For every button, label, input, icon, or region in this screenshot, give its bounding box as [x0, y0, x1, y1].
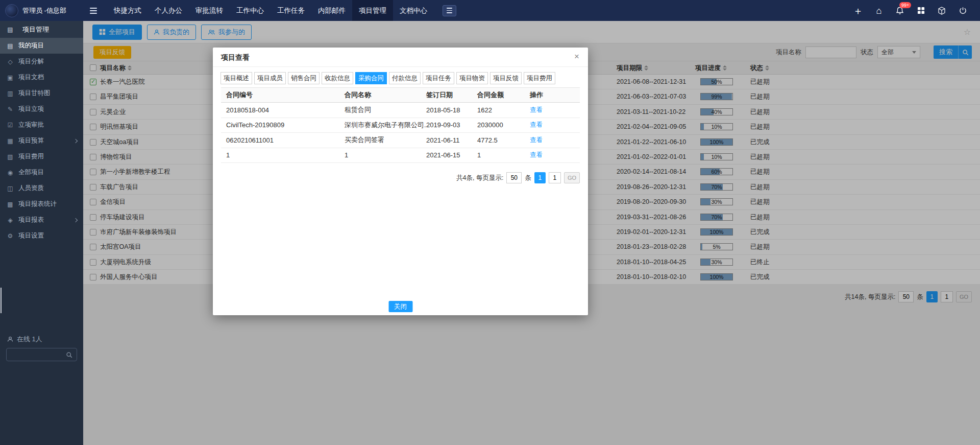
header-contract-name: 合同名称 [345, 90, 426, 100]
package-icon[interactable] [937, 6, 947, 16]
sidebar-item-label: 项目报表统计 [18, 200, 57, 208]
sidebar-item-icon: ✎ [6, 106, 14, 113]
contract-row: 20180518-004 租赁合同 2018-05-18 1622 查看 [221, 103, 580, 118]
page-number-button[interactable]: 1 [534, 172, 546, 183]
modal-tab[interactable]: 项目物资 [456, 72, 488, 84]
sidebar-item[interactable]: ◉ 全部项目 [0, 165, 83, 180]
sidebar-item[interactable]: ✎ 项目立项 [0, 101, 83, 117]
modal-tab[interactable]: 项目概述 [220, 72, 252, 84]
sidebar-item[interactable]: ▩ 项目报表统计 [0, 196, 83, 212]
modal-tab[interactable]: 项目反馈 [490, 72, 522, 84]
more-menus-button[interactable] [443, 5, 456, 16]
view-link[interactable]: 查看 [530, 106, 543, 113]
modal-tab[interactable]: 项目费用 [524, 72, 555, 84]
nav-item[interactable]: 工作任务 [271, 0, 311, 21]
nav-item[interactable]: 个人办公 [148, 0, 189, 21]
sidebar-item[interactable]: ◈ 项目报表 [0, 212, 83, 228]
home-icon[interactable]: ⌂ [874, 6, 884, 16]
sidebar-item[interactable]: ▣ 项目文档 [0, 69, 83, 85]
sidebar-item-label: 立项审批 [18, 121, 44, 129]
chevron-right-icon [74, 218, 78, 222]
nav-item-label: 个人办公 [155, 7, 182, 14]
sidebar-toggle-button[interactable] [90, 8, 97, 14]
current-user: 管理员 -信息部 [22, 6, 66, 15]
sidebar-item[interactable]: ▦ 项目预算 [0, 133, 83, 149]
contract-no: 20180518-004 [221, 106, 345, 114]
sidebar-item[interactable]: ▥ 项目甘特图 [0, 85, 83, 101]
sidebar-item-icon: ☑ [6, 122, 14, 129]
sidebar-item-label: 项目费用 [18, 152, 44, 161]
sidebar-collapse-handle[interactable] [1, 288, 3, 313]
contract-row: CivilTech-20190809 深圳市赛威尔电子有限公司... 2019-… [221, 118, 580, 133]
nav-item[interactable]: 工作中心 [230, 0, 271, 21]
go-button[interactable]: GO [564, 172, 580, 183]
apps-grid-icon[interactable] [916, 6, 926, 16]
view-link[interactable]: 查看 [530, 121, 543, 128]
modal-tab[interactable]: 销售合同 [288, 72, 320, 84]
contract-date: 2021-06-15 [426, 151, 477, 159]
sidebar-item-label: 项目文档 [18, 73, 44, 82]
sidebar-item[interactable]: ▤ 我的项目 [0, 38, 83, 54]
sidebar-search-input[interactable] [11, 351, 66, 358]
sidebar-item-label: 全部项目 [18, 168, 44, 177]
modal-tab[interactable]: 项目任务 [423, 72, 454, 84]
modal-close-button[interactable]: 关闭 [388, 301, 412, 312]
modal-pagination: 共4条, 每页显示: 条 1 GO [221, 172, 580, 183]
nav-item-label: 内部邮件 [318, 7, 346, 14]
sidebar-item[interactable]: ☑ 立项审批 [0, 117, 83, 133]
contract-amount: 2030000 [477, 121, 530, 129]
modal-tab[interactable]: 采购合同 [355, 72, 387, 84]
modal-tab-label: 采购合同 [358, 75, 384, 82]
contract-date: 2018-05-18 [426, 106, 477, 114]
modal-tab-bar: 项目概述 项目成员 销售合同 收款信息 采购合同 付款信息 项目任务 项目物资 … [213, 67, 588, 84]
view-link[interactable]: 查看 [530, 136, 543, 144]
nav-item-label: 快捷方式 [114, 7, 141, 14]
contract-table: 合同编号 合同名称 签订日期 合同金额 操作 20180518-004 租赁合同… [221, 87, 580, 163]
modal-title: 项目查看 [213, 48, 588, 67]
contract-table-header: 合同编号 合同名称 签订日期 合同金额 操作 [221, 87, 580, 103]
contract-amount: 1622 [477, 106, 530, 114]
close-icon[interactable]: × [572, 52, 582, 62]
contract-amount: 4772.5 [477, 136, 530, 144]
contract-name: 深圳市赛威尔电子有限公司... [345, 121, 426, 130]
sidebar-title-label: 项目管理 [22, 25, 49, 34]
modal-tab-label: 付款信息 [392, 75, 418, 82]
modal-tab[interactable]: 付款信息 [389, 72, 421, 84]
main-menu: 快捷方式 个人办公 审批流转 工作中心 工作任务 内部邮件 项目管理 文档中心 [107, 0, 434, 21]
view-link[interactable]: 查看 [530, 151, 543, 158]
nav-item-label: 工作任务 [277, 7, 305, 14]
sidebar-item-label: 项目设置 [18, 231, 44, 240]
nav-item[interactable]: 内部邮件 [311, 0, 352, 21]
sidebar-item[interactable]: ⚙ 项目设置 [0, 228, 83, 244]
pagination-unit: 条 [525, 174, 531, 182]
navbar-actions: ＋ ⌂ 99+ [853, 6, 968, 16]
contract-name: 1 [345, 151, 426, 159]
sidebar: ▤ 项目管理 ▤ 我的项目 ◇ 项目分解 ▣ 项目文档 ▥ 项目甘特图 ✎ 项目… [0, 21, 83, 445]
sidebar-item[interactable]: ◫ 人员资质 [0, 180, 83, 196]
power-icon[interactable] [958, 6, 968, 16]
modal-tab[interactable]: 项目成员 [254, 72, 286, 84]
add-icon[interactable]: ＋ [853, 6, 863, 16]
nav-item[interactable]: 审批流转 [189, 0, 230, 21]
contract-date: 2021-06-11 [426, 136, 477, 144]
modal-tab-label: 项目概述 [224, 75, 249, 82]
sidebar-item-label: 我的项目 [18, 41, 44, 50]
project-view-modal: 项目查看 × 项目概述 项目成员 销售合同 收款信息 采购合同 付款信息 项目任… [213, 48, 588, 315]
nav-item-label: 审批流转 [195, 7, 223, 14]
nav-item-label: 文档中心 [400, 7, 427, 14]
contract-name: 买卖合同签署 [345, 135, 426, 145]
sidebar-item-icon: ⚙ [6, 232, 14, 240]
sidebar-item-icon: ▥ [6, 90, 14, 97]
nav-item[interactable]: 快捷方式 [107, 0, 148, 21]
goto-page-input[interactable] [549, 172, 561, 183]
nav-item[interactable]: 项目管理 [352, 0, 393, 21]
sidebar-item[interactable]: ▧ 项目费用 [0, 149, 83, 165]
modal-tab[interactable]: 收款信息 [322, 72, 353, 84]
page-size-input[interactable] [506, 172, 522, 183]
sidebar-item-label: 项目预算 [18, 136, 44, 145]
nav-item[interactable]: 文档中心 [393, 0, 434, 21]
notifications-bell-icon[interactable]: 99+ [895, 6, 905, 16]
sidebar-search-box [6, 348, 77, 361]
header-contract-date: 签订日期 [426, 90, 477, 100]
sidebar-item[interactable]: ◇ 项目分解 [0, 54, 83, 69]
